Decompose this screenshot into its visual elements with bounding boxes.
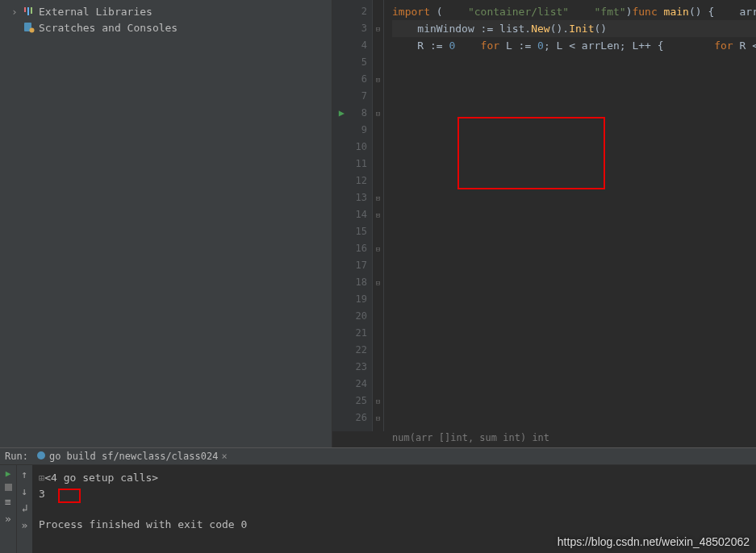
code-scroll[interactable]: 2345678910111213141516171819202122232425… (332, 0, 756, 431)
run-tab[interactable]: go build sf/newclass/class024 × (36, 451, 228, 463)
fold-column: ⊟⊡⊟⊡⊡⊟⊟⊟⊟ (373, 0, 384, 431)
tree-item-external-libraries[interactable]: › External Libraries (0, 3, 332, 19)
close-icon[interactable]: × (221, 451, 227, 462)
run-title: Run: (5, 451, 28, 462)
svg-point-2 (37, 451, 45, 459)
external-libs-icon (23, 7, 36, 15)
svg-point-1 (30, 28, 35, 33)
breadcrumb: num(arr []int, sum int) int (332, 431, 756, 447)
code-content[interactable]: import ( "container/list" "fmt")func mai… (384, 0, 756, 54)
chevron-right-icon: › (11, 6, 19, 18)
run-panel-header: Run: go build sf/newclass/class024 × (0, 447, 756, 465)
up-arrow-icon[interactable]: ↑ (22, 468, 28, 480)
watermark: https://blog.csdn.net/weixin_48502062 (558, 535, 750, 548)
run-toolbar-left: ▶ ≡ » (0, 465, 16, 553)
more-icon[interactable]: » (22, 519, 28, 531)
tree-item-scratches[interactable]: Scratches and Consoles (0, 19, 332, 35)
run-tab-label: go build sf/newclass/class024 (49, 451, 219, 462)
tree-label: External Libraries (39, 6, 152, 18)
layout-icon[interactable]: ≡ (5, 496, 11, 508)
stop-icon[interactable] (5, 484, 12, 491)
scratches-icon (23, 22, 36, 33)
project-sidebar: › External Libraries Scratches and Conso… (0, 0, 332, 447)
down-arrow-icon[interactable]: ↓ (22, 485, 28, 497)
breadcrumb-text: num(arr []int, sum int) int (392, 432, 549, 443)
tree-label: Scratches and Consoles (39, 22, 178, 34)
gutter: 2345678910111213141516171819202122232425… (332, 0, 373, 431)
more-icon[interactable]: » (5, 513, 11, 525)
run-toolbar-nav: ↑ ↓ ↲ » (16, 465, 32, 553)
code-editor: 2345678910111213141516171819202122232425… (332, 0, 756, 447)
rerun-icon[interactable]: ▶ (6, 468, 11, 479)
go-icon (36, 451, 46, 463)
soft-wrap-icon[interactable]: ↲ (22, 502, 28, 514)
